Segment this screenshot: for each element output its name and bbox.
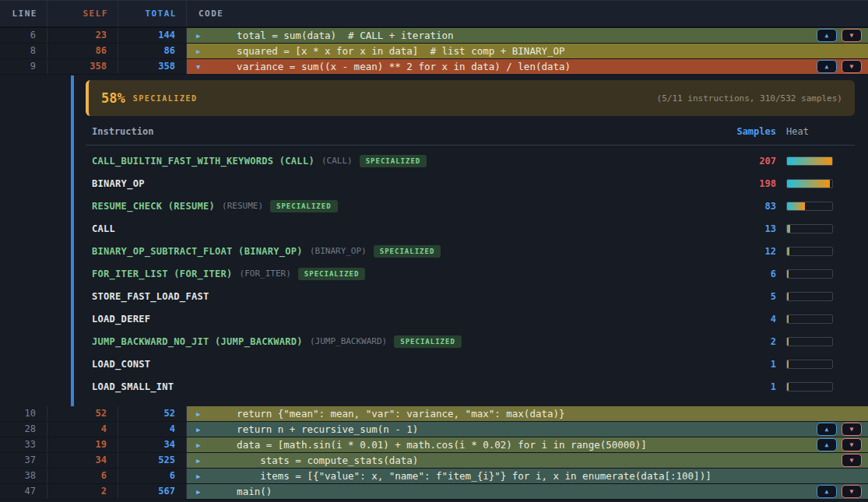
code-cell[interactable]: ▶ total = sum(data) # CALL + iteration ▲… bbox=[187, 28, 868, 43]
instruction-row: RESUME_CHECK (RESUME) (RESUME) SPECIALIZ… bbox=[86, 195, 855, 217]
expand-caret-icon[interactable]: ▶ bbox=[196, 441, 213, 449]
code-line-row: 38 6 6 ▶ items = [{"value": x, "name": f… bbox=[0, 469, 868, 484]
code-text: stats = compute_stats(data) bbox=[213, 455, 418, 466]
heat-cell bbox=[786, 382, 833, 391]
specialized-badge: SPECIALIZED bbox=[374, 245, 441, 258]
jump-down-button[interactable]: ▼ bbox=[842, 29, 862, 42]
code-line-row: 47 2 567 ▶ main() ▲ ▼ bbox=[0, 484, 868, 500]
code-text: return {"mean": mean, "var": variance, "… bbox=[213, 408, 565, 420]
self-samples-cell: 19 bbox=[47, 437, 118, 452]
instruction-samples: 5 bbox=[706, 291, 776, 302]
total-samples-cell: 52 bbox=[118, 406, 187, 421]
instruction-samples: 13 bbox=[706, 223, 776, 234]
code-cell[interactable]: ▶ return n + recursive_sum(n - 1) ▲ ▼ bbox=[187, 422, 868, 437]
samples-column-header[interactable]: Samples bbox=[706, 126, 776, 137]
code-column-header: CODE bbox=[187, 1, 868, 26]
self-samples-cell: 23 bbox=[47, 28, 118, 43]
line-number-cell: 8 bbox=[0, 44, 47, 58]
self-samples-cell: 4 bbox=[47, 422, 118, 437]
expand-caret-icon[interactable]: ▶ bbox=[196, 457, 213, 465]
heat-cell bbox=[786, 269, 833, 279]
code-text: total = sum(data) # CALL + iteration bbox=[213, 30, 454, 41]
heat-bar-track bbox=[786, 314, 833, 324]
heat-bar-fill bbox=[787, 315, 789, 323]
self-column-header[interactable]: SELF bbox=[47, 1, 118, 26]
heat-cell bbox=[786, 314, 833, 324]
line-number-cell: 6 bbox=[0, 28, 47, 43]
code-cell[interactable]: ▼ variance = sum((x - mean) ** 2 for x i… bbox=[187, 59, 868, 74]
code-cell[interactable]: ▶ items = [{"value": x, "name": f"item_{… bbox=[187, 469, 868, 483]
jump-up-button[interactable]: ▲ bbox=[817, 485, 837, 498]
expand-caret-icon[interactable]: ▶ bbox=[196, 472, 213, 480]
jump-up-button[interactable]: ▲ bbox=[817, 60, 837, 73]
code-cell[interactable]: ▶ return {"mean": mean, "var": variance,… bbox=[187, 406, 868, 421]
total-samples-cell: 4 bbox=[118, 422, 187, 437]
code-rows-bottom-group: 10 52 52 ▶ return {"mean": mean, "var": … bbox=[0, 406, 868, 500]
instruction-name-group: CALL_BUILTIN_FAST_WITH_KEYWORDS (CALL) (… bbox=[92, 155, 706, 167]
instruction-row: LOAD_SMALL_INT 1 bbox=[86, 375, 855, 398]
code-rows-top-group: 6 23 144 ▶ total = sum(data) # CALL + it… bbox=[0, 28, 868, 75]
expand-caret-icon[interactable]: ▶ bbox=[196, 426, 213, 434]
heat-bar-track bbox=[786, 382, 833, 391]
heat-bar-fill bbox=[787, 270, 789, 278]
expand-caret-icon[interactable]: ▶ bbox=[196, 410, 213, 418]
jump-down-button[interactable]: ▼ bbox=[842, 485, 862, 498]
code-line-row: 33 19 34 ▶ data = [math.sin(i * 0.01) + … bbox=[0, 437, 868, 453]
self-samples-cell: 34 bbox=[47, 453, 118, 468]
instruction-name-group: FOR_ITER_LIST (FOR_ITER) (FOR_ITER) SPEC… bbox=[92, 268, 706, 280]
heat-bar-fill bbox=[787, 202, 805, 210]
instruction-base-name: (FOR_ITER) bbox=[240, 269, 291, 279]
instruction-column-header: Instruction bbox=[92, 126, 706, 137]
jump-up-button[interactable]: ▲ bbox=[817, 438, 837, 451]
specialization-percent: 58% bbox=[101, 90, 125, 106]
instruction-samples: 2 bbox=[706, 336, 776, 347]
total-samples-cell: 86 bbox=[118, 44, 187, 58]
instruction-rows: CALL_BUILTIN_FAST_WITH_KEYWORDS (CALL) (… bbox=[86, 146, 855, 398]
instruction-name: FOR_ITER_LIST (FOR_ITER) bbox=[92, 269, 233, 279]
code-line-row: 10 52 52 ▶ return {"mean": mean, "var": … bbox=[0, 406, 868, 422]
jump-down-button[interactable]: ▼ bbox=[842, 60, 862, 73]
heat-bar-fill bbox=[787, 293, 789, 300]
instruction-name-group: LOAD_SMALL_INT bbox=[92, 381, 706, 392]
jump-up-button[interactable]: ▲ bbox=[817, 29, 837, 42]
code-text: main() bbox=[213, 486, 272, 497]
expand-caret-icon[interactable]: ▼ bbox=[196, 63, 213, 71]
heat-bar-track bbox=[786, 360, 833, 369]
expand-caret-icon[interactable]: ▶ bbox=[196, 32, 213, 40]
expand-caret-icon[interactable]: ▶ bbox=[196, 488, 213, 496]
code-cell[interactable]: ▶ squared = [x * x for x in data] # list… bbox=[187, 44, 868, 58]
jump-up-button[interactable]: ▲ bbox=[817, 423, 837, 436]
heat-bar-fill bbox=[787, 383, 789, 391]
heat-bar-track bbox=[786, 156, 833, 166]
jump-down-button[interactable]: ▼ bbox=[842, 423, 862, 436]
instruction-row: CALL 13 bbox=[86, 217, 855, 240]
heat-bar-track bbox=[786, 292, 833, 301]
instruction-samples: 83 bbox=[706, 201, 776, 212]
heat-bar-track bbox=[786, 179, 833, 188]
expand-caret-icon[interactable]: ▶ bbox=[196, 47, 213, 55]
code-cell[interactable]: ▶ main() ▲ ▼ bbox=[187, 484, 868, 499]
jump-down-button[interactable]: ▼ bbox=[842, 454, 862, 467]
column-header-row: LINE SELF TOTAL CODE bbox=[0, 0, 868, 28]
instruction-name-group: BINARY_OP_SUBTRACT_FLOAT (BINARY_OP) (BI… bbox=[92, 245, 706, 258]
specialized-badge: SPECIALIZED bbox=[298, 268, 366, 280]
self-samples-cell: 86 bbox=[47, 44, 118, 58]
specialization-percent-label: SPECIALIZED bbox=[133, 94, 198, 103]
instruction-name-group: STORE_FAST_LOAD_FAST bbox=[92, 291, 706, 302]
row-jump-controls: ▲ ▼ bbox=[817, 29, 862, 42]
instruction-base-name: (CALL) bbox=[322, 156, 353, 166]
jump-down-button[interactable]: ▼ bbox=[842, 438, 862, 451]
specialized-badge: SPECIALIZED bbox=[270, 200, 338, 212]
instruction-row: JUMP_BACKWARD_NO_JIT (JUMP_BACKWARD) (JU… bbox=[86, 330, 855, 353]
total-column-header[interactable]: TOTAL bbox=[118, 1, 187, 26]
code-cell[interactable]: ▶ stats = compute_stats(data) ▼ bbox=[187, 453, 868, 468]
heat-bar-fill bbox=[787, 225, 790, 233]
row-jump-controls: ▲ ▼ bbox=[817, 485, 862, 498]
code-line-row: 9 358 358 ▼ variance = sum((x - mean) **… bbox=[0, 59, 868, 75]
instruction-name: RESUME_CHECK (RESUME) bbox=[92, 201, 215, 212]
heat-bar-fill bbox=[787, 180, 830, 188]
instruction-samples: 207 bbox=[706, 156, 776, 167]
code-cell[interactable]: ▶ data = [math.sin(i * 0.01) + math.cos(… bbox=[187, 437, 868, 452]
code-text: items = [{"value": x, "name": f"item_{i}… bbox=[213, 470, 712, 482]
instruction-name-group: JUMP_BACKWARD_NO_JIT (JUMP_BACKWARD) (JU… bbox=[92, 335, 706, 348]
